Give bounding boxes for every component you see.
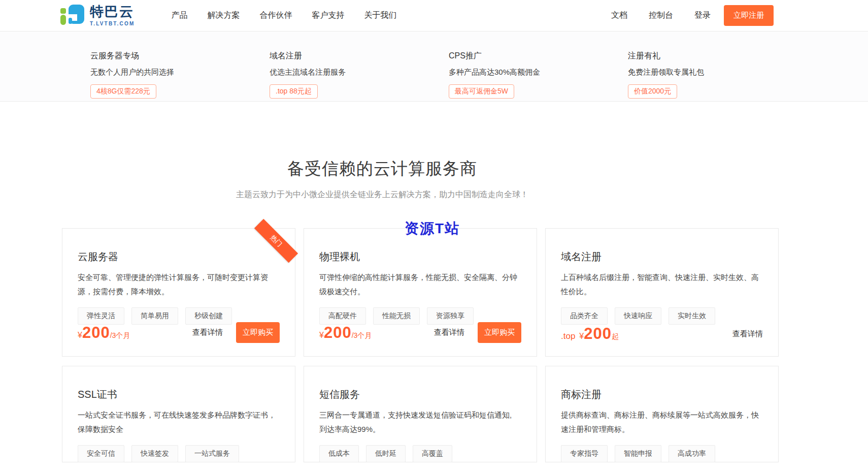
main-nav: 产品 解决方案 合作伙伴 客户支持 关于我们 [171, 10, 396, 21]
promo-strip: 云服务器专场 无数个人用户的共同选择 4核8G仅需228元 域名注册 优选主流域… [0, 32, 868, 102]
promo-register-gift[interactable]: 注册有礼 免费注册领取专属礼包 价值2000元 [599, 51, 779, 99]
card-bare-metal: 物理裸机 可弹性伸缩的高性能计算服务，性能无损、安全隔离、分钟级极速交付。 高配… [304, 228, 537, 357]
card-description: 提供商标查询、商标注册、商标续展等一站式高效服务，快速注册和管理商标。 [561, 408, 763, 436]
promo-desc: 无数个人用户的共同选择 [90, 68, 241, 77]
feature-tags: 安全可信 快速签发 一站式服务 [78, 445, 280, 462]
promo-badge: 4核8G仅需228元 [90, 84, 156, 99]
topbar-right-group: 文档 控制台 登录 立即注册 [611, 5, 774, 26]
promo-cps[interactable]: CPS推广 多种产品高达30%高额佣金 最高可返佣金5W [420, 51, 599, 99]
card-title: SSL证书 [78, 388, 280, 401]
feature-tag: 低时延 [366, 445, 406, 462]
feature-tags: 低成本 低时延 高覆盖 [319, 445, 521, 462]
feature-tag: 低成本 [319, 445, 359, 462]
nav-docs-link[interactable]: 文档 [611, 10, 627, 21]
price: ¥200/3个月 [319, 324, 372, 342]
site-watermark: 资源T站 [405, 219, 460, 238]
promo-desc: 优选主流域名注册服务 [270, 68, 420, 77]
feature-tags: 专家指导 智能申报 高成功率 [561, 445, 763, 462]
nav-console-link[interactable]: 控制台 [649, 10, 673, 21]
login-link[interactable]: 登录 [694, 10, 711, 21]
feature-tag: 一站式服务 [185, 445, 239, 462]
card-cloud-server: 热门 云服务器 安全可靠、管理便捷的弹性计算服务，可随时变更计算资源，按需付费，… [62, 228, 295, 357]
view-details-link[interactable]: 查看详情 [192, 328, 223, 337]
card-title: 商标注册 [561, 388, 763, 401]
view-details-link[interactable]: 查看详情 [732, 329, 763, 339]
promo-title: 域名注册 [270, 51, 420, 61]
promo-title: 云服务器专场 [90, 51, 241, 61]
feature-tag: 快速签发 [131, 445, 178, 462]
feature-tag: 实时生效 [669, 307, 715, 325]
promo-badge: .top 88元起 [270, 84, 318, 99]
feature-tag: 智能申报 [615, 445, 661, 462]
nav-item-partners[interactable]: 合作伙伴 [259, 10, 292, 21]
hero-section: 备受信赖的云计算服务商 主题云致力于为中小微企业提供全链业务上云解决方案，助力中… [24, 158, 741, 200]
card-sms-service: 短信服务 三网合一专属通道，支持快速发送短信验证码和短信通知, 到达率高达99%… [304, 366, 537, 462]
card-trademark-registration: 商标注册 提供商标查询、商标注册、商标续展等一站式高效服务，快速注册和管理商标。… [545, 366, 779, 462]
feature-tag: 品类齐全 [561, 307, 608, 325]
feature-tag: 高成功率 [669, 445, 715, 462]
brand-name: 特巴云 [90, 5, 135, 19]
view-details-link[interactable]: 查看详情 [434, 328, 464, 337]
card-domain-registration: 域名注册 上百种域名后缀注册，智能查询、快速注册、实时生效、高性价比。 品类齐全… [545, 228, 779, 357]
price: .top¥200起 [561, 325, 619, 343]
card-description: 安全可靠、管理便捷的弹性计算服务，可随时变更计算资源，按需付费，降本增效。 [78, 270, 280, 299]
brand-domain: T.LVTBT.COM [90, 21, 135, 26]
brand-logo-icon [60, 4, 85, 27]
card-title: 短信服务 [319, 388, 521, 401]
card-title: 物理裸机 [319, 250, 521, 264]
price: ¥200/3个月 [78, 324, 130, 342]
feature-tag: 安全可信 [78, 445, 124, 462]
feature-tag: 专家指导 [561, 445, 608, 462]
promo-title: CPS推广 [449, 51, 599, 61]
promo-domain[interactable]: 域名注册 优选主流域名注册服务 .top 88元起 [241, 51, 420, 99]
card-description: 上百种域名后缀注册，智能查询、快速注册、实时生效、高性价比。 [561, 270, 763, 299]
promo-badge: 最高可返佣金5W [449, 84, 514, 99]
buy-now-button[interactable]: 立即购买 [478, 322, 521, 343]
promo-desc: 免费注册领取专属礼包 [628, 68, 779, 77]
card-title: 域名注册 [561, 250, 763, 264]
nav-item-solutions[interactable]: 解决方案 [207, 10, 240, 21]
promo-cloud-server[interactable]: 云服务器专场 无数个人用户的共同选择 4核8G仅需228元 [62, 51, 241, 99]
feature-tag: 高覆盖 [413, 445, 452, 462]
nav-item-about[interactable]: 关于我们 [364, 10, 396, 21]
promo-desc: 多种产品高达30%高额佣金 [449, 68, 599, 77]
product-card-grid: 热门 云服务器 安全可靠、管理便捷的弹性计算服务，可随时变更计算资源，按需付费，… [62, 228, 779, 471]
nav-item-products[interactable]: 产品 [171, 10, 187, 21]
card-description: 可弹性伸缩的高性能计算服务，性能无损、安全隔离、分钟级极速交付。 [319, 270, 521, 299]
top-navigation-bar: 特巴云 T.LVTBT.COM 产品 解决方案 合作伙伴 客户支持 关于我们 文… [0, 0, 868, 32]
feature-tag: 快速响应 [615, 307, 661, 325]
page-title: 备受信赖的云计算服务商 [24, 158, 741, 180]
card-ssl-certificate: SSL证书 一站式安全证书服务，可在线快速签发多种品牌数字证书，保障数据安全 安… [62, 366, 295, 462]
card-title: 云服务器 [78, 250, 280, 264]
nav-item-support[interactable]: 客户支持 [312, 10, 344, 21]
feature-tags: 品类齐全 快速响应 实时生效 [561, 307, 763, 325]
card-description: 一站式安全证书服务，可在线快速签发多种品牌数字证书，保障数据安全 [78, 408, 280, 436]
register-button[interactable]: 立即注册 [724, 5, 774, 26]
brand-logo[interactable]: 特巴云 T.LVTBT.COM [60, 4, 135, 27]
buy-now-button[interactable]: 立即购买 [236, 322, 280, 343]
promo-title: 注册有礼 [628, 51, 779, 61]
promo-badge: 价值2000元 [628, 84, 677, 99]
card-description: 三网合一专属通道，支持快速发送短信验证码和短信通知, 到达率高达99%。 [319, 408, 521, 436]
page-subtitle: 主题云致力于为中小微企业提供全链业务上云解决方案，助力中国制造走向全球！ [24, 190, 741, 200]
